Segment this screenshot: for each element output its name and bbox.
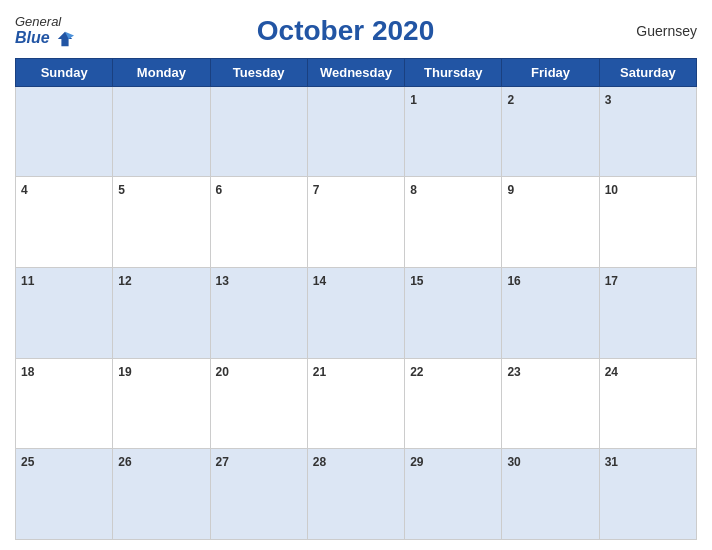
- day-number: 25: [21, 455, 34, 469]
- calendar-day-cell: 7: [307, 177, 404, 268]
- day-number: 4: [21, 183, 28, 197]
- day-number: 13: [216, 274, 229, 288]
- day-number: 18: [21, 365, 34, 379]
- calendar-day-cell: 12: [113, 268, 210, 359]
- calendar-day-cell: 31: [599, 449, 696, 540]
- calendar-day-cell: 16: [502, 268, 599, 359]
- calendar-day-cell: 2: [502, 86, 599, 177]
- day-number: 17: [605, 274, 618, 288]
- calendar-day-cell: 3: [599, 86, 696, 177]
- calendar-day-cell: 10: [599, 177, 696, 268]
- calendar-day-cell: 11: [16, 268, 113, 359]
- day-number: 21: [313, 365, 326, 379]
- weekday-header-tuesday: Tuesday: [210, 58, 307, 86]
- day-number: 29: [410, 455, 423, 469]
- calendar-week-row: 18192021222324: [16, 358, 697, 449]
- day-number: 10: [605, 183, 618, 197]
- calendar-day-cell: 21: [307, 358, 404, 449]
- day-number: 14: [313, 274, 326, 288]
- calendar-day-cell: [307, 86, 404, 177]
- calendar-day-cell: 6: [210, 177, 307, 268]
- day-number: 30: [507, 455, 520, 469]
- day-number: 8: [410, 183, 417, 197]
- region-label: Guernsey: [617, 23, 697, 39]
- day-number: 11: [21, 274, 34, 288]
- day-number: 28: [313, 455, 326, 469]
- calendar-day-cell: 13: [210, 268, 307, 359]
- logo: General Blue: [15, 14, 74, 48]
- day-number: 19: [118, 365, 131, 379]
- calendar-day-cell: 29: [405, 449, 502, 540]
- calendar-day-cell: 8: [405, 177, 502, 268]
- weekday-header-friday: Friday: [502, 58, 599, 86]
- calendar-day-cell: 25: [16, 449, 113, 540]
- day-number: 23: [507, 365, 520, 379]
- calendar-header: General Blue October 2020 Guernsey: [15, 10, 697, 52]
- calendar-day-cell: 20: [210, 358, 307, 449]
- calendar-day-cell: 26: [113, 449, 210, 540]
- calendar-week-row: 123: [16, 86, 697, 177]
- weekday-header-row: SundayMondayTuesdayWednesdayThursdayFrid…: [16, 58, 697, 86]
- weekday-header-thursday: Thursday: [405, 58, 502, 86]
- day-number: 6: [216, 183, 223, 197]
- calendar-day-cell: 19: [113, 358, 210, 449]
- calendar-day-cell: 9: [502, 177, 599, 268]
- calendar-day-cell: 24: [599, 358, 696, 449]
- day-number: 12: [118, 274, 131, 288]
- day-number: 1: [410, 93, 417, 107]
- day-number: 16: [507, 274, 520, 288]
- day-number: 15: [410, 274, 423, 288]
- day-number: 26: [118, 455, 131, 469]
- calendar-day-cell: [210, 86, 307, 177]
- calendar-week-row: 25262728293031: [16, 449, 697, 540]
- logo-bird-icon: [56, 30, 74, 48]
- day-number: 2: [507, 93, 514, 107]
- calendar-day-cell: 22: [405, 358, 502, 449]
- calendar-week-row: 11121314151617: [16, 268, 697, 359]
- weekday-header-saturday: Saturday: [599, 58, 696, 86]
- logo-general-text: General: [15, 14, 61, 29]
- weekday-header-monday: Monday: [113, 58, 210, 86]
- day-number: 22: [410, 365, 423, 379]
- calendar-title: October 2020: [74, 15, 617, 47]
- calendar-day-cell: 1: [405, 86, 502, 177]
- day-number: 5: [118, 183, 125, 197]
- day-number: 9: [507, 183, 514, 197]
- calendar-day-cell: 18: [16, 358, 113, 449]
- calendar-day-cell: 23: [502, 358, 599, 449]
- calendar-week-row: 45678910: [16, 177, 697, 268]
- day-number: 31: [605, 455, 618, 469]
- calendar-day-cell: [16, 86, 113, 177]
- calendar-day-cell: 28: [307, 449, 404, 540]
- day-number: 24: [605, 365, 618, 379]
- day-number: 27: [216, 455, 229, 469]
- calendar-day-cell: 27: [210, 449, 307, 540]
- calendar-day-cell: 5: [113, 177, 210, 268]
- calendar-day-cell: 30: [502, 449, 599, 540]
- weekday-header-sunday: Sunday: [16, 58, 113, 86]
- weekday-header-wednesday: Wednesday: [307, 58, 404, 86]
- day-number: 3: [605, 93, 612, 107]
- calendar-day-cell: [113, 86, 210, 177]
- calendar-table: SundayMondayTuesdayWednesdayThursdayFrid…: [15, 58, 697, 540]
- day-number: 20: [216, 365, 229, 379]
- calendar-day-cell: 14: [307, 268, 404, 359]
- calendar-day-cell: 15: [405, 268, 502, 359]
- day-number: 7: [313, 183, 320, 197]
- logo-blue-text: Blue: [15, 29, 74, 48]
- calendar-day-cell: 4: [16, 177, 113, 268]
- calendar-day-cell: 17: [599, 268, 696, 359]
